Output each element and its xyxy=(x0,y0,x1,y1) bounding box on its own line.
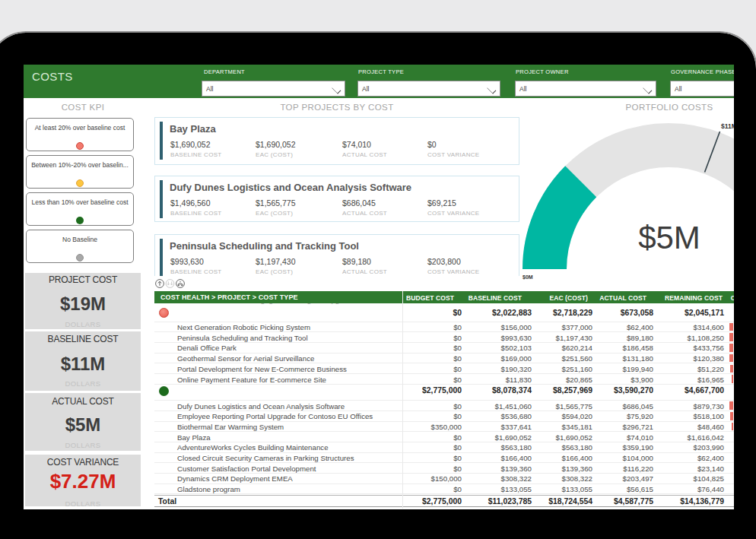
svg-text:$11M: $11M xyxy=(721,122,734,130)
svg-text:$0M: $0M xyxy=(523,274,533,281)
